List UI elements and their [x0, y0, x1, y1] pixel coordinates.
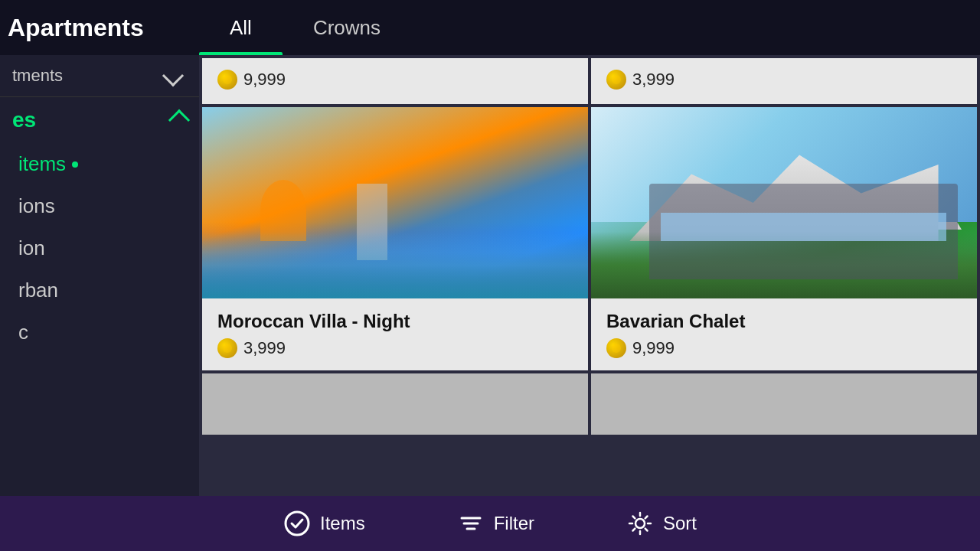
coin-icon: [606, 338, 626, 358]
card-bottom-right[interactable]: [591, 373, 977, 435]
card-title: Bavarian Chalet: [606, 311, 962, 332]
card-moroccan-villa[interactable]: Moroccan Villa - Night 3,999: [202, 107, 588, 370]
card-price: 9,999: [606, 338, 962, 358]
coin-icon: [217, 70, 237, 90]
card-title: Moroccan Villa - Night: [217, 311, 573, 332]
page-title: Apartments: [0, 14, 199, 42]
svg-point-4: [635, 519, 645, 528]
svg-line-12: [633, 529, 635, 531]
bottom-bar: Items Filter: [0, 496, 980, 551]
tab-container: All Crowns: [199, 0, 980, 55]
sidebar-item-ion[interactable]: ion: [0, 227, 199, 269]
card-info: Bavarian Chalet 9,999: [591, 298, 977, 370]
price-label: 3,999: [243, 338, 286, 358]
coin-icon: [606, 70, 626, 90]
svg-line-9: [633, 517, 635, 519]
filter-icon: [457, 510, 485, 537]
filter-button[interactable]: Filter: [411, 496, 580, 551]
sidebar-section-label: es: [12, 108, 36, 132]
sort-button[interactable]: Sort: [580, 496, 743, 551]
sidebar-dropdown[interactable]: tments: [0, 55, 199, 97]
coin-icon: [217, 338, 237, 358]
sort-icon: [626, 510, 654, 537]
chalet-image: [591, 107, 977, 298]
svg-line-10: [645, 529, 648, 531]
chevron-down-icon: [162, 65, 184, 86]
sidebar: tments es items ions ion rban c: [0, 55, 199, 496]
card-grid: 9,999 3,999 Moroccan Villa - Night: [199, 55, 980, 438]
filter-label: Filter: [494, 513, 534, 534]
sidebar-item-urban[interactable]: rban: [0, 269, 199, 311]
items-label: Items: [320, 513, 365, 534]
main-content: 9,999 3,999 Moroccan Villa - Night: [199, 55, 980, 496]
card-bottom-left[interactable]: [202, 373, 588, 435]
villa-image: [202, 107, 588, 298]
card-info: Moroccan Villa - Night 3,999: [202, 298, 588, 370]
items-icon: [283, 510, 311, 537]
active-dot: [72, 161, 78, 168]
sidebar-dropdown-label: tments: [12, 66, 63, 86]
top-nav: Apartments All Crowns: [0, 0, 980, 55]
sidebar-item-items[interactable]: items: [0, 143, 199, 185]
card-bavarian-chalet[interactable]: Bavarian Chalet 9,999: [591, 107, 977, 370]
price-top-left: 9,999: [243, 70, 286, 90]
tab-all[interactable]: All: [199, 0, 283, 55]
sidebar-section[interactable]: es: [0, 97, 199, 143]
svg-point-0: [286, 512, 309, 535]
card-price: 3,999: [217, 338, 573, 358]
svg-line-11: [645, 517, 648, 519]
sidebar-item-c[interactable]: c: [0, 311, 199, 354]
items-button[interactable]: Items: [237, 496, 411, 551]
price-top-right: 3,999: [632, 70, 675, 90]
chevron-up-icon: [168, 109, 190, 131]
sort-label: Sort: [663, 513, 697, 534]
card-top-left[interactable]: 9,999: [202, 58, 588, 104]
price-label: 9,999: [632, 338, 675, 358]
sidebar-item-ions[interactable]: ions: [0, 185, 199, 227]
card-top-right[interactable]: 3,999: [591, 58, 977, 104]
tab-crowns[interactable]: Crowns: [283, 0, 411, 55]
